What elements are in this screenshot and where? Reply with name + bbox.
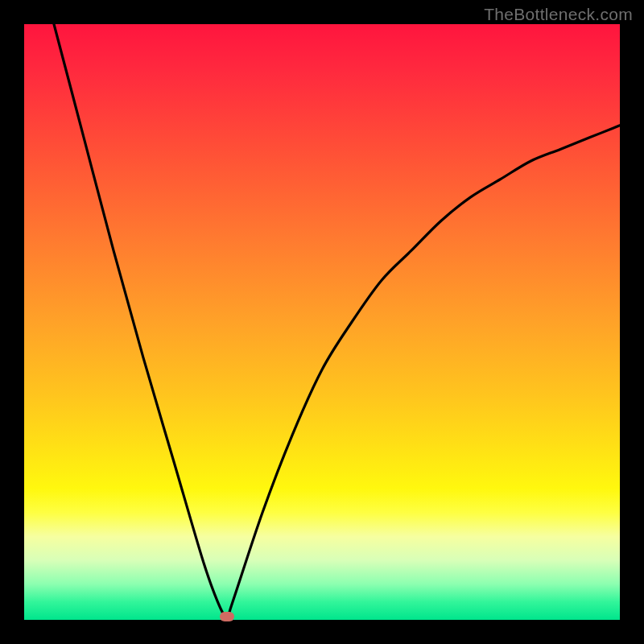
optimum-marker — [220, 612, 234, 621]
plot-area — [24, 24, 620, 620]
chart-frame: TheBottleneck.com — [0, 0, 644, 644]
bottleneck-curve — [24, 24, 620, 620]
watermark-text: TheBottleneck.com — [484, 5, 633, 24]
